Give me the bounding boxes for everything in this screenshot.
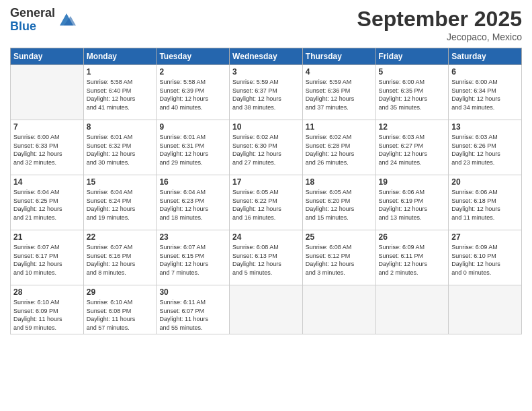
table-row: 5Sunrise: 6:00 AM Sunset: 6:35 PM Daylig… [375,65,449,120]
day-info: Sunrise: 5:59 AM Sunset: 6:36 PM Dayligh… [306,78,373,111]
day-number: 27 [451,232,519,242]
calendar-week-row-0: 1Sunrise: 5:58 AM Sunset: 6:40 PM Daylig… [11,65,522,120]
day-number: 21 [13,232,81,242]
day-number: 3 [232,67,300,77]
table-row: 12Sunrise: 6:03 AM Sunset: 6:27 PM Dayli… [375,120,449,175]
month-title: September 2025 [357,7,522,32]
day-number: 2 [159,67,226,77]
day-number: 20 [451,177,519,187]
day-info: Sunrise: 6:10 AM Sunset: 6:09 PM Dayligh… [13,298,81,332]
day-number: 19 [379,177,446,187]
logo-general-text: General [10,7,55,20]
day-number: 25 [306,232,373,242]
calendar-week-row-2: 14Sunrise: 6:04 AM Sunset: 6:25 PM Dayli… [11,175,522,230]
day-info: Sunrise: 6:07 AM Sunset: 6:17 PM Dayligh… [13,243,81,277]
table-row: 10Sunrise: 6:02 AM Sunset: 6:30 PM Dayli… [230,120,303,175]
day-info: Sunrise: 6:04 AM Sunset: 6:23 PM Dayligh… [159,188,226,222]
table-row: 15Sunrise: 6:04 AM Sunset: 6:24 PM Dayli… [83,175,157,230]
table-row: 27Sunrise: 6:09 AM Sunset: 6:10 PM Dayli… [449,230,522,285]
table-row: 30Sunrise: 6:11 AM Sunset: 6:07 PM Dayli… [157,285,230,334]
day-info: Sunrise: 5:59 AM Sunset: 6:37 PM Dayligh… [232,78,300,111]
day-info: Sunrise: 6:11 AM Sunset: 6:07 PM Dayligh… [159,298,226,332]
table-row: 26Sunrise: 6:09 AM Sunset: 6:11 PM Dayli… [375,230,449,285]
day-info: Sunrise: 5:58 AM Sunset: 6:39 PM Dayligh… [159,78,226,111]
calendar-week-row-3: 21Sunrise: 6:07 AM Sunset: 6:17 PM Dayli… [11,230,522,285]
day-number: 16 [159,177,226,187]
day-number: 18 [306,177,373,187]
day-info: Sunrise: 6:08 AM Sunset: 6:13 PM Dayligh… [232,243,300,277]
day-info: Sunrise: 6:01 AM Sunset: 6:32 PM Dayligh… [87,133,154,167]
table-row: 4Sunrise: 5:59 AM Sunset: 6:36 PM Daylig… [302,65,375,120]
day-info: Sunrise: 6:03 AM Sunset: 6:27 PM Dayligh… [379,133,446,167]
day-number: 6 [451,67,519,77]
table-row: 25Sunrise: 6:08 AM Sunset: 6:12 PM Dayli… [302,230,375,285]
table-row [11,65,84,120]
table-row: 22Sunrise: 6:07 AM Sunset: 6:16 PM Dayli… [83,230,157,285]
table-row: 8Sunrise: 6:01 AM Sunset: 6:32 PM Daylig… [83,120,157,175]
day-number: 9 [159,122,226,132]
table-row: 11Sunrise: 6:02 AM Sunset: 6:28 PM Dayli… [302,120,375,175]
table-row: 29Sunrise: 6:10 AM Sunset: 6:08 PM Dayli… [83,285,157,334]
col-header-wednesday: Wednesday [230,48,303,65]
calendar-week-row-4: 28Sunrise: 6:10 AM Sunset: 6:09 PM Dayli… [11,285,522,334]
table-row [375,285,449,334]
table-row: 20Sunrise: 6:06 AM Sunset: 6:18 PM Dayli… [449,175,522,230]
table-row: 21Sunrise: 6:07 AM Sunset: 6:17 PM Dayli… [11,230,84,285]
logo-icon [57,11,76,30]
day-info: Sunrise: 6:08 AM Sunset: 6:12 PM Dayligh… [306,243,373,277]
col-header-sunday: Sunday [11,48,84,65]
day-info: Sunrise: 6:02 AM Sunset: 6:28 PM Dayligh… [306,133,373,167]
day-number: 29 [87,287,154,297]
table-row: 19Sunrise: 6:06 AM Sunset: 6:19 PM Dayli… [375,175,449,230]
day-number: 10 [232,122,300,132]
day-number: 14 [13,177,81,187]
calendar-table: Sunday Monday Tuesday Wednesday Thursday… [10,48,522,334]
day-info: Sunrise: 5:58 AM Sunset: 6:40 PM Dayligh… [87,78,154,111]
header: General Blue September 2025 Jecopaco, Me… [10,7,522,42]
day-number: 5 [379,67,446,77]
day-info: Sunrise: 6:06 AM Sunset: 6:18 PM Dayligh… [451,188,519,222]
table-row [302,285,375,334]
day-number: 7 [13,122,81,132]
col-header-tuesday: Tuesday [157,48,230,65]
page: General Blue September 2025 Jecopaco, Me… [0,0,532,411]
table-row: 2Sunrise: 5:58 AM Sunset: 6:39 PM Daylig… [157,65,230,120]
day-info: Sunrise: 6:01 AM Sunset: 6:31 PM Dayligh… [159,133,226,167]
day-number: 26 [379,232,446,242]
day-number: 13 [451,122,519,132]
day-number: 22 [87,232,154,242]
day-info: Sunrise: 6:05 AM Sunset: 6:22 PM Dayligh… [232,188,300,222]
day-number: 30 [159,287,226,297]
col-header-thursday: Thursday [302,48,375,65]
logo: General Blue [10,7,76,34]
day-number: 11 [306,122,373,132]
day-info: Sunrise: 6:05 AM Sunset: 6:20 PM Dayligh… [306,188,373,222]
day-number: 15 [87,177,154,187]
day-number: 23 [159,232,226,242]
table-row: 23Sunrise: 6:07 AM Sunset: 6:15 PM Dayli… [157,230,230,285]
location: Jecopaco, Mexico [357,32,522,42]
day-info: Sunrise: 6:06 AM Sunset: 6:19 PM Dayligh… [379,188,446,222]
day-info: Sunrise: 6:07 AM Sunset: 6:16 PM Dayligh… [87,243,154,277]
day-number: 8 [87,122,154,132]
table-row: 14Sunrise: 6:04 AM Sunset: 6:25 PM Dayli… [11,175,84,230]
table-row: 1Sunrise: 5:58 AM Sunset: 6:40 PM Daylig… [83,65,157,120]
table-row [449,285,522,334]
day-info: Sunrise: 6:00 AM Sunset: 6:33 PM Dayligh… [13,133,81,167]
table-row: 24Sunrise: 6:08 AM Sunset: 6:13 PM Dayli… [230,230,303,285]
day-number: 12 [379,122,446,132]
day-info: Sunrise: 6:03 AM Sunset: 6:26 PM Dayligh… [451,133,519,167]
day-info: Sunrise: 6:04 AM Sunset: 6:25 PM Dayligh… [13,188,81,222]
day-info: Sunrise: 6:07 AM Sunset: 6:15 PM Dayligh… [159,243,226,277]
col-header-saturday: Saturday [449,48,522,65]
day-info: Sunrise: 6:04 AM Sunset: 6:24 PM Dayligh… [87,188,154,222]
day-number: 24 [232,232,300,242]
table-row: 7Sunrise: 6:00 AM Sunset: 6:33 PM Daylig… [11,120,84,175]
table-row: 9Sunrise: 6:01 AM Sunset: 6:31 PM Daylig… [157,120,230,175]
day-number: 17 [232,177,300,187]
logo-blue-text: Blue [10,20,55,34]
day-info: Sunrise: 6:09 AM Sunset: 6:11 PM Dayligh… [379,243,446,277]
day-info: Sunrise: 6:00 AM Sunset: 6:34 PM Dayligh… [451,78,519,111]
table-row: 6Sunrise: 6:00 AM Sunset: 6:34 PM Daylig… [449,65,522,120]
day-number: 1 [87,67,154,77]
